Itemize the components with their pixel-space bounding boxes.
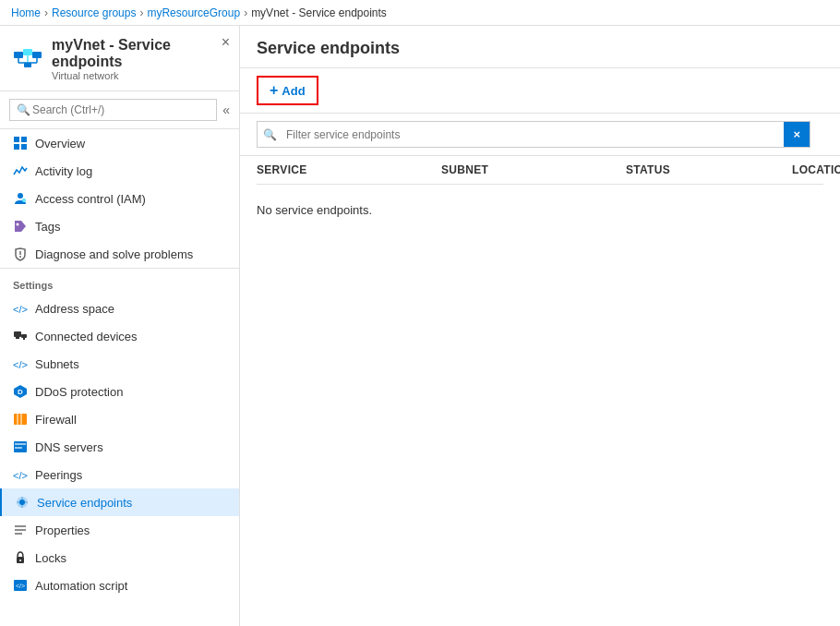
svg-rect-10 [14,144,19,150]
svg-text:</>: </> [13,470,28,481]
connected-devices-icon [13,329,28,343]
sidebar-item-peerings[interactable]: </> Peerings [0,461,239,488]
svg-rect-2 [32,52,42,58]
sidebar-item-connected-devices[interactable]: Connected devices [0,322,239,350]
sidebar-item-locks-label: Locks [35,551,66,565]
breadcrumb-resource-groups[interactable]: Resource groups [52,6,136,19]
col-header-status: STATUS [626,163,792,176]
svg-rect-7 [24,63,31,67]
sidebar-item-address-space[interactable]: </> Address space [0,295,239,322]
sidebar-item-subnets[interactable]: </> Subnets [0,350,239,378]
svg-rect-9 [21,137,27,142]
table-header: SERVICE SUBNET STATUS LOCATIONS [257,156,823,185]
svg-text:</>: </> [13,304,28,315]
sidebar-item-diagnose-label: Diagnose and solve problems [35,247,193,261]
sidebar-item-firewall[interactable]: Firewall [0,405,239,433]
sidebar-item-address-space-label: Address space [35,302,114,316]
svg-rect-0 [14,52,23,58]
sidebar-item-firewall-label: Firewall [35,413,77,427]
overview-icon [13,136,28,150]
empty-message: No service endpoints. [257,185,823,235]
activity-log-icon [13,163,28,178]
sidebar: myVnet - Service endpoints Virtual netwo… [0,26,240,626]
col-header-service: SERVICE [257,163,441,176]
ddos-icon: D [13,384,28,399]
settings-section-label: Settings [0,268,239,295]
settings-menu: </> Address space Connected devices </> … [0,295,239,599]
sidebar-item-tags-label: Tags [35,220,60,234]
resource-header: myVnet - Service endpoints Virtual netwo… [0,26,239,91]
locks-icon [13,550,28,565]
svg-rect-8 [14,137,19,142]
sidebar-item-service-endpoints[interactable]: Service endpoints [0,488,239,516]
search-box: 🔍 « [0,91,239,129]
add-icon: + [270,82,278,99]
sidebar-item-ddos-label: DDoS protection [35,385,123,399]
sidebar-item-automation-script-label: Automation script [35,579,127,593]
svg-rect-1 [23,49,32,55]
svg-text:</>: </> [16,583,25,589]
sidebar-item-properties-label: Properties [35,524,90,537]
filter-clear-button[interactable]: × [784,122,810,147]
breadcrumb-my-resource-group[interactable]: myResourceGroup [147,6,240,19]
search-icon: 🔍 [17,103,30,116]
dns-icon [13,439,28,454]
add-label: Add [282,84,305,98]
diagnose-icon [13,247,28,261]
peerings-icon: </> [13,467,28,482]
sidebar-item-overview[interactable]: Overview [0,129,239,157]
svg-text:</>: </> [13,359,28,370]
sidebar-item-ddos[interactable]: D DDoS protection [0,378,239,405]
sidebar-item-properties[interactable]: Properties [0,516,239,544]
content-header: Service endpoints [240,26,840,68]
svg-rect-11 [21,144,27,150]
breadcrumb-home[interactable]: Home [11,6,41,19]
svg-point-15 [17,223,19,226]
sidebar-item-dns[interactable]: DNS servers [0,433,239,461]
close-button[interactable]: × [222,35,230,50]
sidebar-item-tags[interactable]: Tags [0,212,239,240]
svg-rect-19 [14,331,21,337]
col-header-subnet: SUBNET [441,163,626,176]
svg-rect-22 [23,338,25,340]
sidebar-item-automation-script[interactable]: </> Automation script [0,572,239,599]
sidebar-item-activity-log[interactable]: Activity log [0,157,239,185]
toolbar: + Add [240,68,840,114]
svg-text:D: D [18,388,23,396]
filter-bar: 🔍 × [240,114,840,156]
sidebar-item-iam-label: Access control (IAM) [35,192,146,206]
sidebar-item-subnets-label: Subnets [35,357,79,371]
tags-icon [13,219,28,234]
service-endpoints-icon [15,495,30,510]
col-header-locations: LOCATIONS [792,163,840,176]
svg-text:✓: ✓ [23,199,26,203]
svg-rect-25 [14,414,27,425]
add-button[interactable]: + Add [257,76,318,105]
svg-rect-21 [21,334,27,338]
sidebar-item-locks[interactable]: Locks [0,544,239,572]
sidebar-item-activity-log-label: Activity log [35,164,92,178]
nav-menu: Overview Activity log ✓ Access control (… [0,129,239,268]
table-area: SERVICE SUBNET STATUS LOCATIONS No servi… [240,156,840,235]
address-space-icon: </> [13,301,28,316]
filter-input[interactable] [282,124,784,146]
sidebar-item-diagnose[interactable]: Diagnose and solve problems [0,240,239,268]
collapse-button[interactable]: « [222,102,230,117]
resource-title: myVnet - Service endpoints [52,37,226,70]
sidebar-item-dns-label: DNS servers [35,440,103,454]
sidebar-item-access-control[interactable]: ✓ Access control (IAM) [0,185,239,212]
content-area: Service endpoints + Add 🔍 × SERVICE SUBN… [240,26,840,626]
iam-icon: ✓ [13,191,28,206]
subnets-icon: </> [13,356,28,371]
vnet-icon [13,44,42,74]
sidebar-item-overview-label: Overview [35,137,85,150]
resource-subtitle: Virtual network [52,70,226,81]
svg-rect-20 [16,337,19,339]
search-input[interactable] [9,99,217,121]
breadcrumb: Home › Resource groups › myResourceGroup… [11,6,387,19]
svg-rect-29 [15,443,26,445]
filter-search-icon: 🔍 [258,128,282,141]
automation-icon: </> [13,578,28,593]
properties-icon [13,523,28,537]
svg-point-12 [18,193,23,199]
